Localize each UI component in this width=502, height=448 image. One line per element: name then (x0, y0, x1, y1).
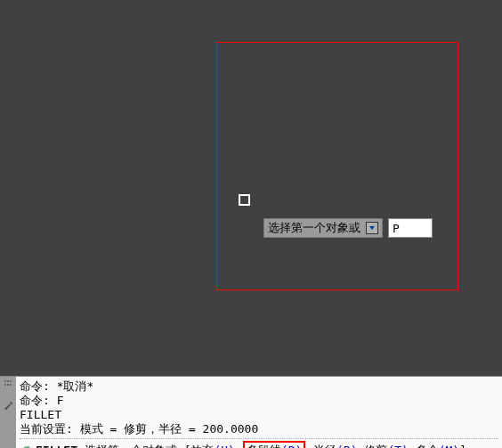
selection-rectangle (216, 42, 458, 290)
svg-point-1 (7, 380, 9, 382)
command-icon-strip (0, 377, 16, 448)
command-text-area[interactable]: 命令: *取消* 命令: F FILLET 当前设置: 模式 = 修剪，半径 =… (16, 377, 502, 448)
svg-point-4 (7, 384, 9, 386)
command-input-line[interactable]: FILLET 选择第一个对象或 [放弃(U) 多段线(P) 半径(R) 修剪(T… (20, 438, 498, 448)
history-line-2: 命令: F (20, 394, 498, 408)
option-trim[interactable]: 修剪(T) (364, 444, 408, 448)
svg-point-5 (10, 384, 12, 386)
tooltip-text: 选择第一个对象或 (268, 220, 360, 236)
history-line-3: FILLET (20, 408, 498, 422)
prompt-message: 选择第一个对象或 (85, 444, 177, 448)
drawing-canvas[interactable]: 选择第一个对象或 P (0, 0, 502, 376)
fillet-arc-icon (20, 444, 32, 448)
option-polyline[interactable]: 多段线(P) (243, 441, 305, 448)
svg-point-2 (10, 380, 12, 382)
option-multiple[interactable]: 多个(M) (416, 444, 459, 448)
wrench-icon[interactable] (3, 401, 13, 413)
dropdown-icon[interactable] (366, 222, 378, 234)
option-radius[interactable]: 半径(R) (313, 444, 357, 448)
bracket-close: ]: (459, 444, 474, 448)
command-prompt-text: FILLET 选择第一个对象或 [放弃(U) 多段线(P) 半径(R) 修剪(T… (36, 441, 474, 448)
dynamic-input-field[interactable]: P (388, 218, 433, 238)
dynamic-input-group: 选择第一个对象或 P (263, 218, 433, 238)
option-undo[interactable]: 放弃(U) (190, 444, 234, 448)
command-panel: 命令: *取消* 命令: F FILLET 当前设置: 模式 = 修剪，半径 =… (0, 376, 502, 448)
cursor-pickbox (239, 194, 250, 206)
input-value: P (393, 222, 400, 235)
svg-point-0 (4, 380, 6, 382)
history-line-4: 当前设置: 模式 = 修剪，半径 = 200.0000 (20, 422, 498, 436)
svg-point-3 (4, 384, 6, 386)
active-command-name: FILLET (36, 444, 77, 448)
history-line-1: 命令: *取消* (20, 379, 498, 394)
grip-icon[interactable] (4, 379, 12, 388)
dynamic-prompt-tooltip: 选择第一个对象或 (263, 218, 383, 238)
